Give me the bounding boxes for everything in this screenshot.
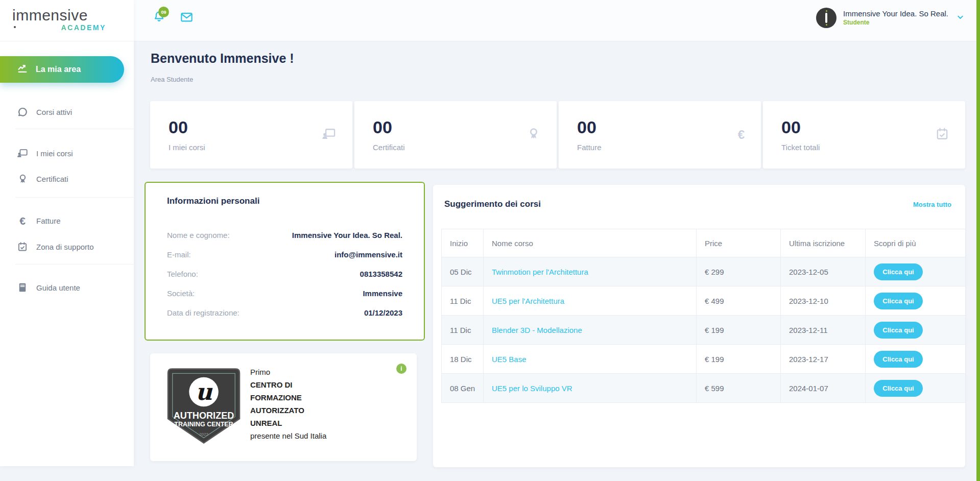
sidebar-item-label: Corsi attivi <box>36 108 72 116</box>
col-nome-corso: Nome corso <box>484 229 697 257</box>
sidebar-item-label: Fatture <box>36 217 61 225</box>
sidebar-item-zona-di-supporto[interactable]: Zona di supporto <box>0 239 134 254</box>
stat-label: Fatture <box>577 143 602 152</box>
cell-price: € 199 <box>697 345 781 374</box>
clicca-qui-button[interactable]: Clicca qui <box>874 293 923 309</box>
info-label: E-mail: <box>167 250 191 259</box>
courses-table: Inizio Nome corso Price Ultima iscrizion… <box>441 229 966 403</box>
table-row: 05 Dic Twinmotion per l'Architettura € 2… <box>442 257 966 286</box>
sidebar-divider <box>15 197 134 198</box>
screen-user-icon <box>17 148 28 159</box>
medal-icon <box>17 174 28 184</box>
personal-info-card: Informazioni personali Nome e cognome: I… <box>145 182 425 341</box>
info-row-registrazione: Data di registrazione: 01/12/2023 <box>167 308 402 320</box>
chart-line-icon <box>17 63 28 76</box>
course-link[interactable]: Twinmotion per l'Architettura <box>492 268 588 276</box>
chat-bubble-icon <box>17 107 28 117</box>
page-title: Benvenuto Immensive ! <box>151 51 294 66</box>
sidebar-item-la-mia-area[interactable]: La mia area <box>0 56 124 83</box>
sidebar-item-fatture[interactable]: € Fatture <box>0 213 134 228</box>
sidebar-divider <box>15 129 134 129</box>
personal-info-title: Informazioni personali <box>167 196 402 206</box>
cell-ultima: 2024-01-07 <box>781 374 866 403</box>
info-value: Immensive <box>363 289 402 298</box>
cell-inizio: 05 Dic <box>442 257 484 286</box>
stat-value: 00 <box>169 118 205 136</box>
table-header-row: Inizio Nome corso Price Ultima iscrizion… <box>442 229 966 257</box>
cell-price: € 299 <box>697 257 781 286</box>
cell-price: € 599 <box>697 374 781 403</box>
notifications-button[interactable]: 09 <box>152 10 166 26</box>
avatar <box>816 8 836 28</box>
sidebar-item-label: Certificati <box>36 175 68 183</box>
stat-card-i-miei-corsi: 00 I miei corsi <box>150 101 352 169</box>
stat-label: Ticket totali <box>781 143 820 152</box>
sidebar-item-label: I miei corsi <box>36 149 73 158</box>
course-link[interactable]: Blender 3D - Modellazione <box>492 326 582 334</box>
user-role: Studente <box>843 19 948 27</box>
unreal-training-card: u AUTHORIZED TRAINING CENTER 2023 Primo … <box>150 353 417 461</box>
col-price: Price <box>697 229 781 257</box>
brand-academy: ACADEMY <box>12 23 106 32</box>
page-subtitle: Area Studente <box>151 76 193 83</box>
mail-icon <box>180 10 194 24</box>
cell-ultima: 2023-12-05 <box>781 257 866 286</box>
col-ultima-iscrizione: Ultima iscrizione <box>781 229 866 257</box>
info-icon[interactable]: i <box>396 364 407 374</box>
page-scrollbar[interactable] <box>976 0 980 481</box>
cell-inizio: 11 Dic <box>442 286 484 316</box>
info-label: Telefono: <box>167 270 198 278</box>
messages-button[interactable] <box>180 10 194 26</box>
unreal-line: UNREAL <box>250 417 326 429</box>
chevron-down-icon <box>956 13 965 23</box>
unreal-line: FORMAZIONE <box>250 391 326 404</box>
unreal-line: Primo <box>250 366 326 378</box>
courses-title: Suggerimento dei corsi <box>444 199 541 209</box>
sidebar-item-corsi-attivi[interactable]: Corsi attivi <box>0 104 134 119</box>
user-menu[interactable]: Immensive Your Idea. So Real. Studente <box>816 8 965 28</box>
info-row-telefono: Telefono: 0813358542 <box>167 270 402 281</box>
clicca-qui-button[interactable]: Clicca qui <box>874 351 923 368</box>
brand-logo: immensive ACADEMY <box>0 0 134 41</box>
sidebar-divider <box>15 264 134 264</box>
unreal-line: CENTRO DI <box>250 378 326 391</box>
sidebar: immensive ACADEMY La mia area Corsi atti… <box>0 0 134 466</box>
unreal-u-glyph: u <box>196 378 213 405</box>
table-row: 11 Dic Blender 3D - Modellazione € 199 2… <box>442 316 966 345</box>
sidebar-item-guida-utente[interactable]: Guida utente <box>0 280 134 295</box>
table-row: 11 Dic UE5 per l'Architettura € 499 2023… <box>442 286 966 316</box>
calendar-check-icon <box>17 242 28 252</box>
info-value: info@immensive.it <box>334 250 402 259</box>
info-label: Società: <box>167 289 195 298</box>
badge-authorized-text: AUTHORIZED <box>174 411 234 421</box>
stat-value: 00 <box>781 118 820 136</box>
euro-icon: € <box>17 215 28 226</box>
table-row: 08 Gen UE5 per lo Sviluppo VR € 599 2024… <box>442 374 966 403</box>
col-scopri-di-piu: Scopri di più <box>866 229 966 257</box>
clicca-qui-button[interactable]: Clicca qui <box>874 380 923 397</box>
clicca-qui-button[interactable]: Clicca qui <box>874 322 923 339</box>
notification-count-badge: 09 <box>158 7 169 17</box>
euro-icon: € <box>738 128 745 142</box>
info-row-societa: Società: Immensive <box>167 289 402 300</box>
info-row-email: E-mail: info@immensive.it <box>167 250 402 261</box>
course-link[interactable]: UE5 Base <box>492 355 527 364</box>
sidebar-item-certificati[interactable]: Certificati <box>0 171 134 186</box>
calendar-check-icon <box>936 127 949 142</box>
top-header: 09 Immensive Your Idea. So Real. Student… <box>134 0 980 41</box>
cell-ultima: 2023-12-11 <box>781 316 866 345</box>
show-all-link[interactable]: Mostra tutto <box>913 201 951 208</box>
course-link[interactable]: UE5 per l'Architettura <box>492 297 564 305</box>
courses-panel: Suggerimento dei corsi Mostra tutto Iniz… <box>433 185 965 467</box>
course-link[interactable]: UE5 per lo Sviluppo VR <box>492 384 572 393</box>
brand-dot <box>14 26 16 28</box>
stats-row: 00 I miei corsi 00 Certificati <box>150 101 965 169</box>
clicca-qui-button[interactable]: Clicca qui <box>874 263 923 280</box>
unreal-line: AUTORIZZATO <box>250 404 326 417</box>
stat-value: 00 <box>577 118 602 136</box>
stat-card-fatture: 00 Fatture € <box>559 101 761 169</box>
sidebar-item-i-miei-corsi[interactable]: I miei corsi <box>0 146 134 161</box>
cell-inizio: 08 Gen <box>442 374 484 403</box>
app-window: immensive ACADEMY La mia area Corsi atti… <box>0 0 980 481</box>
col-inizio: Inizio <box>442 229 484 257</box>
